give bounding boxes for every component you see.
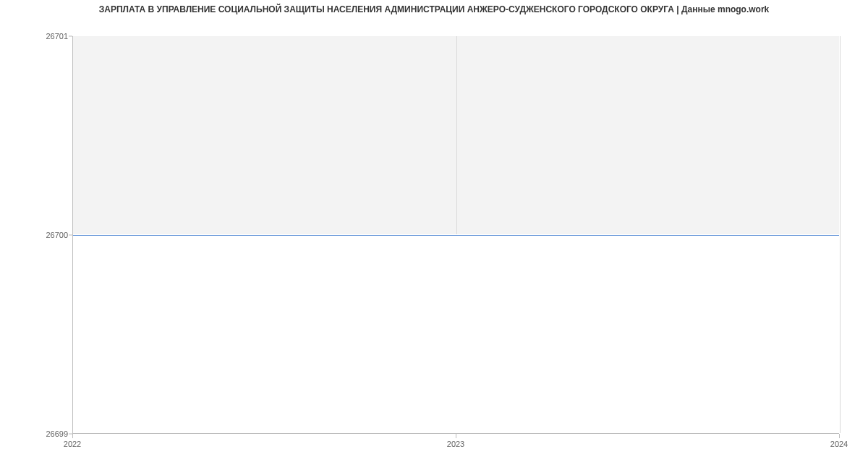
y-tick-mark: [69, 235, 72, 236]
y-tick-label: 26700: [3, 231, 68, 239]
plot-area: [72, 36, 839, 434]
x-tick-mark: [839, 434, 840, 438]
x-tick-mark: [456, 434, 456, 438]
x-tick-label: 2024: [830, 440, 848, 448]
data-line: [73, 235, 839, 236]
x-tick-mark: [72, 434, 73, 438]
chart-title: ЗАРПЛАТА В УПРАВЛЕНИЕ СОЦИАЛЬНОЙ ЗАЩИТЫ …: [0, 4, 868, 14]
lower-white-band: [73, 234, 839, 433]
chart-container: ЗАРПЛАТА В УПРАВЛЕНИЕ СОЦИАЛЬНОЙ ЗАЩИТЫ …: [0, 0, 868, 470]
y-tick-label: 26699: [3, 430, 68, 438]
gridline-vertical: [840, 36, 841, 433]
y-tick-mark: [69, 36, 72, 37]
x-tick-label: 2022: [64, 440, 81, 448]
y-tick-label: 26701: [3, 32, 68, 40]
x-tick-label: 2023: [447, 440, 464, 448]
